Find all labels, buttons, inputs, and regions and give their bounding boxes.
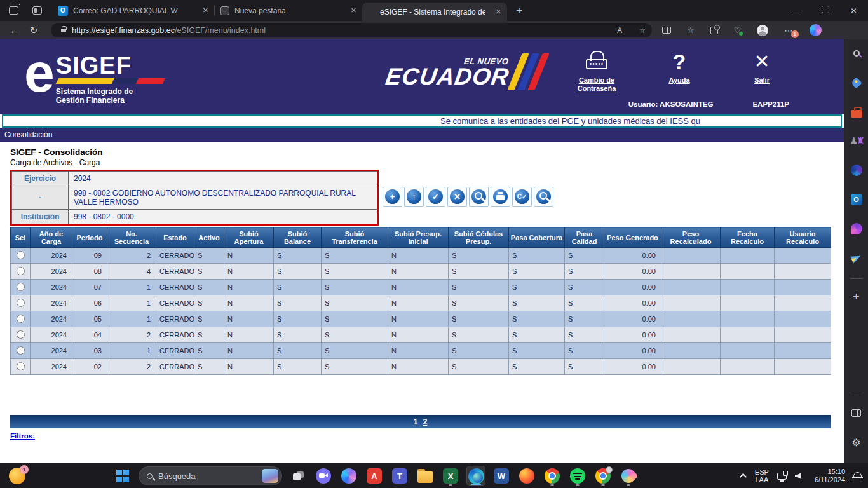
- browser-essentials-icon[interactable]: ♡: [734, 25, 742, 35]
- minimize-button[interactable]: —: [782, 6, 811, 15]
- buscar-button[interactable]: [534, 187, 553, 207]
- filtros-link[interactable]: Filtros:: [10, 432, 35, 440]
- taskbar-search[interactable]: Búsqueda: [139, 466, 282, 485]
- chrome-app-icon[interactable]: [543, 466, 562, 486]
- validar-button[interactable]: C✓: [512, 187, 532, 207]
- page-number-current[interactable]: 1: [414, 417, 418, 426]
- row-select-radio[interactable]: [17, 267, 25, 275]
- ayuda-button[interactable]: ? Ayuda: [652, 51, 707, 93]
- sidebar-panel-icon[interactable]: [848, 404, 865, 422]
- browser-tab-correo[interactable]: O Correo: GAD PARROQUIAL VALLE ✕: [52, 0, 214, 21]
- tray-chevron-icon[interactable]: [740, 473, 747, 480]
- language-indicator[interactable]: ESPLAA: [755, 468, 769, 484]
- favorite-icon[interactable]: ☆: [639, 26, 646, 35]
- column-header: Subió Cédulas Presup.: [449, 227, 509, 248]
- table-header-row: SelAño de CargaPeriodoNo. SecuenciaEstad…: [11, 227, 831, 248]
- table-cell: S: [509, 264, 565, 280]
- chat-app-icon[interactable]: [314, 466, 333, 486]
- aprobar-button[interactable]: ✓: [426, 187, 445, 207]
- excel-app-icon[interactable]: X: [441, 466, 460, 486]
- maximize-button[interactable]: [811, 6, 839, 15]
- row-select-radio[interactable]: [17, 330, 25, 339]
- copilot-icon[interactable]: [810, 24, 822, 36]
- menu-item-consolidacion[interactable]: Consolidación: [4, 130, 52, 139]
- collections-icon[interactable]: [710, 27, 718, 34]
- table-cell: [721, 295, 775, 311]
- column-header: Usuario Recalculo: [775, 227, 831, 248]
- salir-button[interactable]: ✕ Salir: [735, 51, 789, 93]
- cambio-contrasena-button[interactable]: ••••• Cambio de Contraseña: [569, 51, 624, 93]
- sidebar-settings-icon[interactable]: ⚙: [848, 433, 865, 451]
- table-row: 2024051CERRADOSNSSNSSS0.00: [11, 311, 831, 327]
- sidebar-designer-icon[interactable]: [848, 220, 865, 238]
- notifications-icon[interactable]: [853, 472, 862, 478]
- firefox-app-icon[interactable]: [517, 466, 536, 486]
- copilot-app-icon[interactable]: [339, 466, 358, 486]
- network-icon[interactable]: [777, 473, 787, 480]
- sidebar-search-icon[interactable]: [848, 44, 865, 62]
- sidebar-divider: [850, 395, 863, 395]
- row-select-radio[interactable]: [17, 283, 25, 291]
- imprimir-button[interactable]: [491, 187, 510, 207]
- table-cell: 2024: [31, 248, 72, 264]
- widgets-badge: 1: [20, 465, 29, 474]
- announcement-marquee: Se comunica a las entidades del PGE y un…: [2, 114, 842, 128]
- sidebar-games-icon[interactable]: ♟♜: [848, 132, 865, 150]
- row-select-radio[interactable]: [17, 251, 25, 259]
- table-cell: S: [322, 248, 388, 264]
- browser-tab-nueva-pestana[interactable]: Nueva pestaña ✕: [215, 0, 362, 21]
- favorites-icon[interactable]: ☆: [687, 25, 695, 35]
- tab-close-icon[interactable]: ✕: [351, 6, 356, 15]
- back-button[interactable]: ←: [5, 25, 24, 36]
- paint-app-icon[interactable]: [619, 466, 638, 486]
- profile-avatar[interactable]: [757, 25, 768, 36]
- sidebar-outlook-icon[interactable]: O: [848, 191, 865, 208]
- chrome-profile-app-icon[interactable]: [593, 466, 613, 486]
- eliminar-button[interactable]: ✕: [447, 187, 467, 207]
- sidebar-drop-icon[interactable]: [848, 249, 865, 267]
- sidebar-tools-icon[interactable]: [848, 103, 865, 121]
- file-explorer-icon[interactable]: [416, 466, 435, 486]
- table-cell: S: [509, 280, 565, 295]
- spotify-app-icon[interactable]: [568, 466, 587, 486]
- volume-icon[interactable]: [795, 473, 801, 479]
- sidebar-microsoft365-icon[interactable]: [848, 161, 865, 179]
- start-button[interactable]: [113, 466, 132, 486]
- browser-tab-esigef-active[interactable]: eSIGEF - Sistema Integrado de G ✕: [362, 3, 507, 21]
- crear-button[interactable]: +: [383, 187, 402, 207]
- acrobat-app-icon[interactable]: A: [365, 466, 384, 486]
- row-select-radio[interactable]: [17, 299, 25, 307]
- consultar-button[interactable]: [469, 187, 489, 207]
- task-view-button[interactable]: [288, 466, 308, 486]
- sidebar-add-icon[interactable]: +: [848, 288, 865, 306]
- row-select-radio[interactable]: [17, 315, 25, 323]
- address-bar[interactable]: https://esigef.finanzas.gob.ec /eSIGEF/m…: [51, 23, 652, 37]
- workspaces-icon[interactable]: [9, 6, 18, 15]
- word-app-icon[interactable]: W: [492, 466, 511, 486]
- widgets-icon[interactable]: 1: [9, 468, 25, 484]
- table-cell: 0.00: [604, 327, 661, 343]
- more-menu-icon[interactable]: ⋯1: [784, 25, 794, 36]
- table-cell: S: [274, 311, 322, 327]
- row-select-radio[interactable]: [17, 346, 25, 355]
- refresh-button[interactable]: ↻: [24, 25, 43, 36]
- table-cell: [661, 295, 721, 311]
- clock[interactable]: 15:10 6/11/2024: [815, 468, 845, 484]
- split-screen-icon[interactable]: [662, 27, 671, 34]
- sidebar-shopping-icon[interactable]: [848, 74, 865, 92]
- exit-icon: ✕: [754, 51, 770, 72]
- row-select-radio[interactable]: [17, 362, 25, 370]
- read-aloud-icon[interactable]: A: [617, 26, 622, 35]
- new-tab-button[interactable]: +: [516, 4, 522, 17]
- close-button[interactable]: ✕: [839, 6, 868, 15]
- page-number-link[interactable]: 2: [423, 417, 428, 426]
- tab-actions-icon[interactable]: [32, 6, 42, 15]
- tab-close-icon[interactable]: ✕: [496, 8, 501, 16]
- edge-app-icon[interactable]: [466, 466, 485, 486]
- table-cell: S: [322, 343, 388, 359]
- cargar-archivo-button[interactable]: ↑: [404, 187, 424, 207]
- teams-app-icon[interactable]: T: [390, 466, 409, 486]
- terminal-code: EAPP211P: [752, 100, 789, 108]
- tab-close-icon[interactable]: ✕: [203, 6, 208, 15]
- table-cell: S: [274, 327, 322, 343]
